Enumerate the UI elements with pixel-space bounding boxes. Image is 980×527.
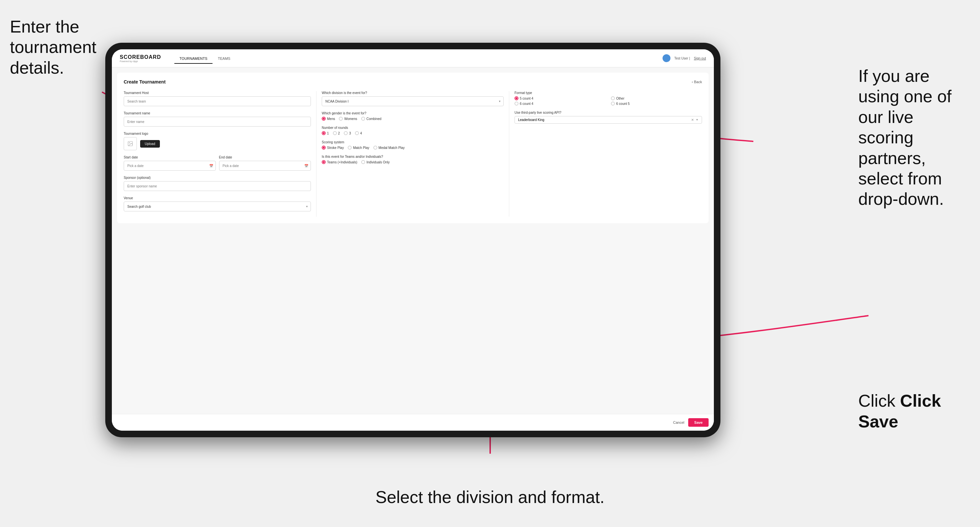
clear-live-scoring[interactable]: ✕ — [691, 118, 694, 122]
sponsor-group: Sponsor (optional) — [124, 176, 311, 191]
sign-out-link[interactable]: Sign out — [694, 57, 706, 60]
format-6count5[interactable]: 6 count 5 — [611, 102, 702, 106]
rounds-4-radio[interactable] — [355, 131, 359, 135]
logo-text: SCOREBOARD — [120, 54, 161, 60]
bottom-center-annotation: Select the division and format. — [375, 487, 605, 507]
form-grid: Tournament Host Tournament name Tourname… — [124, 91, 702, 217]
tablet-frame: SCOREBOARD Powered by clippi TOURNAMENTS… — [105, 43, 721, 437]
format-type-label: Format type — [514, 91, 702, 95]
start-date-input[interactable] — [124, 161, 216, 171]
rounds-1[interactable]: 1 — [322, 131, 329, 135]
tournament-host-input[interactable] — [124, 96, 311, 106]
gender-mens[interactable]: Mens — [322, 117, 335, 121]
gender-mens-radio[interactable] — [322, 117, 326, 121]
nav-tab-tournaments[interactable]: TOURNAMENTS — [174, 54, 213, 64]
user-name: Test User | — [675, 57, 690, 60]
scoring-medal-label: Medal Match Play — [379, 146, 405, 149]
gender-womens-radio[interactable] — [339, 117, 343, 121]
scoring-group: Scoring system Stroke Play Match Play — [322, 140, 504, 149]
venue-label: Venue — [124, 196, 311, 200]
dropdown-chevron-icon: ▼ — [696, 118, 698, 121]
tournament-logo-label: Tournament logo — [124, 132, 311, 135]
form-footer: Cancel Save — [112, 414, 714, 431]
event-individuals-label: Individuals Only — [366, 160, 390, 164]
scoring-stroke-label: Stroke Play — [327, 146, 344, 149]
division-select[interactable]: NCAA Division I — [322, 96, 504, 106]
logo-sub: Powered by clippi — [120, 60, 161, 62]
live-scoring-dropdown[interactable]: Leaderboard King ✕ ▼ — [514, 116, 702, 124]
venue-select[interactable]: Search golf club — [124, 202, 311, 211]
tournament-name-label: Tournament name — [124, 111, 311, 115]
top-left-annotation: Enter the tournament details. — [10, 16, 108, 78]
format-other-radio[interactable] — [611, 96, 615, 100]
nav-tab-teams[interactable]: TEAMS — [213, 54, 235, 64]
format-5count4[interactable]: 5 count 4 — [514, 96, 606, 100]
tournament-host-label: Tournament Host — [124, 91, 311, 95]
live-scoring-label: Use third-party live scoring API? — [514, 111, 702, 114]
sponsor-input[interactable] — [124, 181, 311, 191]
division-label: Which division is the event for? — [322, 91, 504, 95]
venue-group: Venue Search golf club ▼ — [124, 196, 311, 211]
form-header: Create Tournament Back — [124, 79, 702, 84]
gender-womens[interactable]: Womens — [339, 117, 357, 121]
division-group: Which division is the event for? NCAA Di… — [322, 91, 504, 106]
format-other-label: Other — [616, 97, 624, 100]
cancel-button[interactable]: Cancel — [673, 421, 684, 424]
calendar-icon-end: 📅 — [304, 164, 308, 168]
form-col-right: Format type 5 count 4 Other — [509, 91, 702, 217]
scoring-match[interactable]: Match Play — [348, 146, 369, 149]
format-type-group: Format type 5 count 4 Other — [514, 91, 702, 106]
event-teams-radio[interactable] — [322, 160, 326, 164]
gender-group: Which gender is the event for? Mens Wome… — [322, 111, 504, 121]
rounds-4[interactable]: 4 — [355, 131, 362, 135]
save-button[interactable]: Save — [688, 418, 709, 427]
scoring-stroke[interactable]: Stroke Play — [322, 146, 344, 149]
app-header: SCOREBOARD Powered by clippi TOURNAMENTS… — [112, 49, 714, 67]
tournament-logo-group: Tournament logo Upload — [124, 132, 311, 150]
gender-mens-label: Mens — [327, 117, 335, 121]
gender-combined-radio[interactable] — [361, 117, 365, 121]
format-6count4-label: 6 count 4 — [520, 102, 533, 106]
tournament-name-input[interactable] — [124, 117, 311, 127]
upload-button[interactable]: Upload — [140, 140, 160, 148]
logo-placeholder — [124, 137, 137, 150]
gender-womens-label: Womens — [344, 117, 357, 121]
form-title: Create Tournament — [124, 79, 165, 84]
event-for-group: Is this event for Teams and/or Individua… — [322, 155, 504, 164]
format-5count4-label: 5 count 4 — [520, 97, 533, 100]
gender-combined-label: Combined — [366, 117, 382, 121]
live-scoring-value: Leaderboard King — [518, 118, 544, 122]
event-individuals-radio[interactable] — [361, 160, 365, 164]
gender-combined[interactable]: Combined — [361, 117, 382, 121]
format-6count5-radio[interactable] — [611, 102, 615, 106]
tournament-host-group: Tournament Host — [124, 91, 311, 106]
event-individuals[interactable]: Individuals Only — [361, 160, 390, 164]
format-6count4[interactable]: 6 count 4 — [514, 102, 606, 106]
back-link[interactable]: Back — [692, 80, 702, 84]
end-date-group: End date 📅 — [219, 156, 311, 171]
gender-label: Which gender is the event for? — [322, 111, 504, 115]
rounds-1-radio[interactable] — [322, 131, 326, 135]
rounds-2[interactable]: 2 — [333, 131, 340, 135]
rounds-2-radio[interactable] — [333, 131, 337, 135]
end-date-input[interactable] — [219, 161, 311, 171]
svg-point-1 — [129, 142, 130, 143]
scoring-medal-radio[interactable] — [373, 146, 377, 149]
format-5count4-radio[interactable] — [514, 96, 519, 100]
rounds-3-radio[interactable] — [344, 131, 348, 135]
format-6count4-radio[interactable] — [514, 102, 519, 106]
rounds-3-label: 3 — [349, 132, 351, 135]
user-avatar — [663, 54, 670, 62]
scoring-stroke-radio[interactable] — [322, 146, 326, 149]
format-type-list: 5 count 4 Other 6 count 4 — [514, 96, 702, 106]
event-teams[interactable]: Teams (+Individuals) — [322, 160, 357, 164]
top-right-annotation: If you are using one of our live scoring… — [858, 66, 970, 210]
rounds-group: Number of rounds 1 2 — [322, 126, 504, 135]
scoring-medal-match[interactable]: Medal Match Play — [373, 146, 405, 149]
rounds-3[interactable]: 3 — [344, 131, 351, 135]
scoring-match-radio[interactable] — [348, 146, 352, 149]
format-other[interactable]: Other — [611, 96, 702, 100]
date-row: Start date 📅 End date — [124, 156, 311, 171]
gender-radio-group: Mens Womens Combined — [322, 117, 504, 121]
nav-tabs: TOURNAMENTS TEAMS — [174, 52, 236, 64]
